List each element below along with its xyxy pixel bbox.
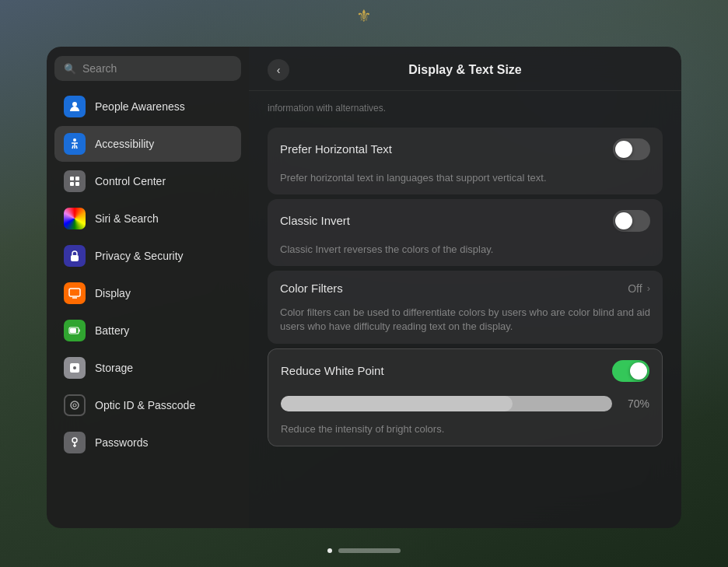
prefer-horizontal-text-toggle[interactable] (613, 138, 650, 160)
white-point-slider-container: 70% (268, 393, 662, 422)
svg-point-13 (73, 404, 76, 407)
svg-rect-3 (75, 177, 79, 180)
page-title: Display & Text Size (408, 63, 522, 77)
reduce-white-point-label: Reduce White Point (281, 364, 384, 377)
accessibility-icon (64, 133, 86, 155)
battery-icon (64, 320, 86, 341)
crown-icon: ⚜ (356, 6, 372, 26)
storage-icon (64, 357, 86, 379)
main-container: 🔍 Search People Awareness Accessibility … (47, 47, 681, 528)
sidebar-item-optic-id[interactable]: Optic ID & Passcode (54, 387, 241, 423)
classic-invert-row: Classic Invert (268, 199, 663, 243)
reduce-white-point-card: Reduce White Point 70% Reduce the intens… (268, 348, 663, 446)
sidebar-item-label: Storage (95, 362, 133, 374)
sidebar-item-label: Passwords (95, 436, 148, 449)
svg-rect-5 (75, 182, 79, 186)
reduce-white-point-toggle[interactable] (612, 360, 649, 382)
reduce-white-point-description: Reduce the intensity of bright colors. (268, 422, 662, 446)
page-subtitle: information with alternatives. (268, 102, 663, 115)
display-icon (64, 282, 86, 304)
prefer-horizontal-text-row: Prefer Horizontal Text (268, 128, 663, 171)
color-filters-card: Color Filters Off › Color filters can be… (268, 271, 663, 343)
people-awareness-icon (64, 96, 86, 117)
color-filters-label: Color Filters (280, 282, 343, 295)
main-content: ‹ Display & Text Size information with a… (249, 47, 681, 528)
classic-invert-card: Classic Invert Classic Invert reverses t… (268, 199, 663, 266)
svg-rect-2 (70, 177, 74, 180)
chevron-right-icon: › (647, 282, 650, 294)
svg-rect-7 (69, 289, 80, 296)
sidebar-item-passwords[interactable]: Passwords (54, 425, 241, 460)
prefer-horizontal-text-card: Prefer Horizontal Text Prefer horizontal… (268, 128, 663, 194)
search-icon: 🔍 (64, 63, 76, 75)
content-header: ‹ Display & Text Size (249, 47, 681, 91)
sidebar-item-label: Battery (95, 324, 129, 337)
slider-track[interactable] (281, 396, 612, 411)
svg-point-11 (73, 366, 76, 369)
reduce-white-point-row: Reduce White Point (268, 349, 662, 393)
color-filters-value: Off (628, 282, 642, 295)
passwords-icon (64, 432, 86, 453)
svg-rect-9 (70, 328, 76, 333)
svg-rect-4 (70, 182, 74, 186)
sidebar-item-storage[interactable]: Storage (54, 350, 241, 386)
prefer-horizontal-text-label: Prefer Horizontal Text (280, 142, 392, 156)
content-scroll: information with alternatives. Prefer Ho… (249, 91, 681, 528)
sidebar-item-label: Control Center (95, 175, 166, 187)
classic-invert-description: Classic Invert reverses the colors of th… (268, 243, 663, 266)
classic-invert-toggle[interactable] (613, 210, 650, 232)
classic-invert-label: Classic Invert (280, 214, 350, 227)
svg-rect-6 (71, 255, 79, 261)
siri-icon (64, 208, 86, 229)
svg-point-0 (72, 102, 77, 107)
sidebar-item-label: Accessibility (95, 138, 154, 150)
nav-dot-line (338, 548, 401, 553)
sidebar-item-people-awareness[interactable]: People Awareness (54, 89, 241, 124)
sidebar-item-label: Siri & Search (95, 212, 159, 225)
color-filters-description: Color filters can be used to differentia… (268, 306, 663, 343)
color-filters-nav-right: Off › (628, 282, 650, 295)
sidebar-item-siri-search[interactable]: Siri & Search (54, 201, 241, 236)
svg-point-14 (72, 438, 77, 443)
toggle-knob (630, 362, 647, 380)
slider-fill (281, 396, 513, 411)
svg-point-1 (73, 138, 76, 142)
sidebar-item-control-center[interactable]: Control Center (54, 163, 241, 199)
privacy-icon (64, 245, 86, 267)
sidebar-item-label: People Awareness (95, 100, 185, 113)
sidebar-item-accessibility[interactable]: Accessibility (54, 126, 241, 162)
toggle-knob (615, 141, 632, 158)
sidebar-item-label: Display (95, 287, 131, 299)
sidebar-item-display[interactable]: Display (54, 275, 241, 311)
slider-row: 70% (281, 396, 649, 411)
search-bar[interactable]: 🔍 Search (54, 56, 241, 81)
sidebar-item-label: Optic ID & Passcode (95, 399, 195, 411)
search-input-label: Search (82, 62, 117, 75)
sidebar-item-label: Privacy & Security (95, 250, 184, 262)
bottom-navigation (327, 548, 401, 553)
back-button[interactable]: ‹ (268, 59, 289, 81)
svg-point-12 (71, 401, 79, 409)
toggle-knob (615, 212, 632, 229)
sidebar-item-battery[interactable]: Battery (54, 313, 241, 348)
sidebar-item-privacy-security[interactable]: Privacy & Security (54, 238, 241, 274)
control-center-icon (64, 170, 86, 192)
optic-id-icon (64, 394, 86, 416)
nav-dot-active (327, 548, 332, 553)
sidebar: 🔍 Search People Awareness Accessibility … (47, 47, 249, 528)
prefer-horizontal-text-description: Prefer horizontal text in languages that… (268, 171, 663, 194)
slider-percent-label: 70% (620, 397, 649, 410)
color-filters-row[interactable]: Color Filters Off › (268, 271, 663, 306)
